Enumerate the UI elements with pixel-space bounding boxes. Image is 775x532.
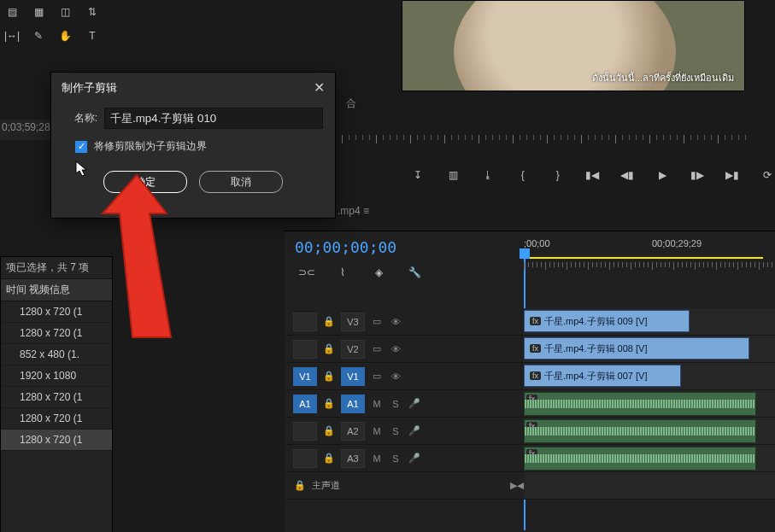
source-patch[interactable] (293, 340, 317, 359)
solo-icon[interactable]: S (389, 453, 402, 464)
loop-icon[interactable]: ⟳ (759, 163, 775, 187)
collapse-icon[interactable]: ▶◀ (510, 480, 524, 491)
lock-icon[interactable]: 🔒 (322, 425, 336, 436)
track-target[interactable]: V2 (341, 340, 365, 359)
video-lane[interactable]: fx千星.mp4.子剪辑 009 [V] (524, 308, 775, 336)
cancel-button[interactable]: 取消 (199, 171, 283, 193)
source-patch[interactable]: V1 (293, 367, 317, 386)
mute-icon[interactable]: M (370, 453, 384, 464)
project-row[interactable]: 1280 x 720 (1 (1, 408, 112, 430)
fx-badge[interactable]: fx (526, 395, 537, 403)
find-icon[interactable]: ✎ (26, 24, 50, 48)
track-target[interactable]: A3 (341, 449, 365, 468)
new-bin-icon[interactable]: ✋ (54, 24, 78, 48)
lock-icon[interactable]: 🔒 (322, 316, 336, 327)
go-start-icon[interactable]: ▮◀ (584, 163, 601, 187)
project-row[interactable]: 1280 x 720 (1 (1, 430, 112, 451)
source-patch[interactable] (293, 313, 317, 331)
audio-lane[interactable]: fx (524, 418, 775, 445)
mute-icon[interactable]: M (370, 426, 384, 436)
list-view-icon[interactable]: ▤ (0, 0, 24, 24)
fx-badge[interactable]: fx (530, 317, 541, 325)
monitor-ruler[interactable] (333, 128, 775, 154)
close-icon[interactable]: ✕ (314, 79, 325, 96)
lock-icon[interactable]: 🔒 (322, 453, 336, 464)
step-back-icon[interactable]: ◀▮ (619, 163, 636, 187)
audio-lane[interactable]: fx (524, 390, 775, 418)
video-clip[interactable]: fx千星.mp4.子剪辑 009 [V] (524, 310, 690, 332)
go-end-icon[interactable]: ▶▮ (724, 163, 740, 187)
video-track-header[interactable]: 🔒V2▭👁 (285, 336, 524, 363)
restrict-trim-checkbox[interactable]: ✓ (75, 141, 87, 153)
lock-icon[interactable]: 🔒 (293, 480, 307, 491)
marker-icon[interactable]: ◈ (367, 260, 390, 284)
source-patch[interactable] (293, 422, 317, 441)
toggle-output-icon[interactable]: ▭ (370, 316, 384, 327)
toggle-output-icon[interactable]: ▭ (370, 371, 384, 382)
toggle-visibility-icon[interactable]: 👁 (389, 317, 402, 327)
lock-icon[interactable]: 🔒 (322, 398, 336, 409)
toggle-output-icon[interactable]: ▭ (370, 343, 384, 354)
freeform-icon[interactable]: ◫ (54, 0, 78, 24)
blend-dropdown-partial[interactable]: 合 (346, 96, 356, 111)
timeline-ruler[interactable]: ;00;0000;00;29;29 (524, 238, 775, 272)
video-clip[interactable]: fx千星.mp4.子剪辑 007 [V] (524, 365, 681, 387)
video-lane[interactable]: fx千星.mp4.子剪辑 007 [V] (524, 363, 775, 390)
video-track-header[interactable]: V1🔒V1▭👁 (285, 363, 524, 390)
insert-icon[interactable]: ↧ (410, 163, 426, 187)
settings-icon[interactable]: 🔧 (402, 260, 426, 284)
master-track-header[interactable]: 🔒主声道▶◀ (285, 472, 524, 500)
clip-label: 千星.mp4.子剪辑 008 [V] (544, 342, 647, 355)
project-row[interactable]: 852 x 480 (1. (1, 344, 112, 365)
export-frame-icon[interactable]: ⭳ (480, 163, 496, 187)
audio-clip[interactable]: fx (524, 447, 756, 471)
mute-icon[interactable]: M (370, 399, 384, 409)
video-track-header[interactable]: 🔒V3▭👁 (285, 308, 524, 336)
solo-icon[interactable]: S (389, 399, 402, 409)
audio-track-header[interactable]: 🔒A3MS🎤 (285, 445, 524, 472)
work-area-bar[interactable] (524, 257, 763, 259)
sort-icon[interactable]: ⇅ (80, 0, 104, 24)
step-fwd-icon[interactable]: ▮▶ (690, 163, 706, 187)
fx-badge[interactable]: fx (530, 344, 541, 353)
fx-badge[interactable]: fx (526, 422, 537, 430)
icon-view-icon[interactable]: ▦ (26, 0, 50, 24)
lock-icon[interactable]: 🔒 (322, 343, 336, 354)
voice-icon[interactable]: 🎤 (408, 398, 421, 409)
solo-icon[interactable]: S (389, 426, 402, 436)
toggle-visibility-icon[interactable]: 👁 (389, 344, 402, 354)
type-tool-icon[interactable]: T (80, 24, 104, 48)
mark-in-icon[interactable]: { (514, 163, 531, 187)
mark-out-icon[interactable]: } (549, 163, 566, 187)
snap-icon[interactable]: ⊃⊂ (295, 260, 319, 284)
overwrite-icon[interactable]: ▥ (445, 163, 461, 187)
audio-track-header[interactable]: 🔒A2MS🎤 (285, 418, 524, 445)
audio-lane[interactable]: fx (524, 445, 775, 472)
source-patch[interactable]: A1 (293, 395, 317, 413)
auto-icon[interactable]: |↔| (0, 24, 24, 48)
voice-icon[interactable]: 🎤 (408, 453, 421, 464)
link-icon[interactable]: ⌇ (331, 260, 355, 284)
track-target[interactable]: V3 (341, 313, 365, 331)
track-target[interactable]: A1 (341, 395, 365, 413)
project-row[interactable]: 1920 x 1080 (1, 365, 112, 387)
video-clip[interactable]: fx千星.mp4.子剪辑 008 [V] (524, 337, 749, 360)
lock-icon[interactable]: 🔒 (322, 371, 336, 382)
track-target[interactable]: V1 (341, 367, 365, 386)
toggle-visibility-icon[interactable]: 👁 (389, 371, 402, 382)
fx-badge[interactable]: fx (526, 449, 537, 458)
project-toolbar: ▤ ▦ ◫ ⇅ |↔| ✎ ✋ T (0, 0, 104, 48)
project-row[interactable]: 1280 x 720 (1 (1, 387, 112, 408)
audio-clip[interactable]: fx (524, 419, 756, 443)
sequence-tab[interactable]: .mp4 ≡ (338, 205, 369, 217)
audio-clip[interactable]: fx (524, 392, 756, 416)
track-target[interactable]: A2 (341, 422, 365, 441)
fx-badge[interactable]: fx (530, 371, 541, 380)
audio-track-header[interactable]: A1🔒A1MS🎤 (285, 390, 524, 418)
source-patch[interactable] (293, 449, 317, 468)
timeline-timecode[interactable]: 00;00;00;00 (295, 238, 396, 256)
voice-icon[interactable]: 🎤 (408, 425, 421, 436)
play-icon[interactable]: ▶ (655, 163, 671, 187)
subclip-name-input[interactable] (104, 108, 323, 129)
video-lane[interactable]: fx千星.mp4.子剪辑 008 [V] (524, 336, 775, 363)
